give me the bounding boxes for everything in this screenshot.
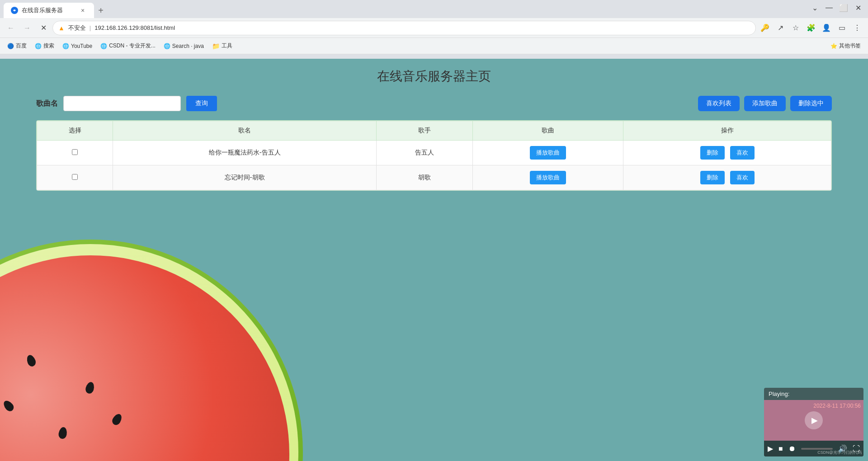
tab-title: 在线音乐服务器 (22, 6, 63, 14)
browser-tab[interactable]: 在线音乐服务器 × (4, 3, 94, 18)
player-record-ctrl[interactable]: ⏺ (788, 445, 796, 453)
bookmark-java[interactable]: 🌐 Search · java (160, 40, 208, 52)
extensions-icon[interactable]: 🧩 (804, 21, 818, 35)
maximize-btn[interactable]: ⬜ (837, 1, 850, 14)
star-icon[interactable]: ☆ (788, 21, 803, 35)
row2-song-name: 忘记时间-胡歌 (113, 165, 377, 190)
bookmarks-bar: 🔵 百度 🌐 搜索 🌐 YouTube 🌐 CSDN - 专业开发... 🌐 S… (0, 38, 868, 54)
row1-like-button[interactable]: 喜欢 (730, 146, 755, 160)
close-btn[interactable]: ✕ (852, 1, 864, 14)
songs-table-wrapper: 选择 歌名 歌手 歌曲 操作 给你一瓶魔法药水-告五人 告五人 (36, 120, 832, 191)
songs-table: 选择 歌名 歌手 歌曲 操作 给你一瓶魔法药水-告五人 告五人 (37, 121, 831, 190)
bookmark-baidu[interactable]: 🔵 百度 (4, 40, 30, 52)
key-icon[interactable]: 🔑 (758, 21, 772, 35)
col-header-select: 选择 (37, 121, 113, 141)
bookmark-youtube[interactable]: 🌐 YouTube (59, 40, 96, 52)
row1-delete-button[interactable]: 删除 (700, 146, 725, 160)
sidebar-icon[interactable]: ▭ (835, 21, 849, 35)
content-area: 在线音乐服务器主页 歌曲名 查询 喜欢列表 添加歌曲 删除选中 选择 歌名 歌手 (0, 59, 868, 200)
seed-1 (25, 354, 37, 368)
seed-3 (2, 399, 16, 413)
csdn-icon: 🌐 (100, 43, 107, 49)
player-watermark: CSDN@光学习们的代码 (817, 450, 862, 456)
row2-like-button[interactable]: 喜欢 (730, 171, 755, 184)
query-button[interactable]: 查询 (186, 96, 217, 111)
video-player: Playing: 2022-8-11 17:00:56 ▶ ■ ⏺ 🔊 ⛶ CS… (764, 388, 863, 456)
back-btn[interactable]: ← (4, 21, 18, 35)
row2-action-cell: 删除 喜欢 (623, 165, 831, 190)
baidu-icon: 🔵 (7, 43, 14, 49)
browser-chrome: 在线音乐服务器 × + ⌄ — ⬜ ✕ ← → ✕ ▲ 不安全 | 192.16… (0, 0, 868, 59)
favorites-list-button[interactable]: 喜欢列表 (698, 96, 740, 111)
col-header-artist: 歌手 (377, 121, 473, 141)
page-title: 在线音乐服务器主页 (36, 68, 832, 85)
row2-play-button[interactable]: 播放歌曲 (530, 171, 566, 184)
bookmark-csdn[interactable]: 🌐 CSDN - 专业开发... (97, 40, 159, 52)
forward-btn[interactable]: → (20, 21, 34, 35)
csdn-label: CSDN - 专业开发... (109, 42, 156, 50)
window-controls: ⌄ — ⬜ ✕ (808, 1, 864, 17)
bookmark-tools[interactable]: 📁 工具 (208, 40, 236, 52)
title-bar: 在线音乐服务器 × + ⌄ — ⬜ ✕ (0, 0, 868, 18)
row1-checkbox[interactable] (72, 149, 78, 155)
table-header: 选择 歌名 歌手 歌曲 操作 (37, 121, 831, 141)
add-song-button[interactable]: 添加歌曲 (744, 96, 786, 111)
row1-checkbox-cell (37, 141, 113, 165)
minimize-btn[interactable]: — (823, 1, 835, 14)
bookmark-search[interactable]: 🌐 搜索 (31, 40, 58, 52)
other-bookmarks[interactable]: ⭐ 其他书签 (827, 40, 864, 52)
bookmark-star-icon: ⭐ (830, 43, 837, 49)
row1-artist: 告五人 (377, 141, 473, 165)
player-play-button[interactable] (805, 411, 823, 429)
row1-play-cell: 播放歌曲 (472, 141, 623, 165)
row1-play-button[interactable]: 播放歌曲 (530, 146, 566, 160)
row1-song-name: 给你一瓶魔法药水-告五人 (113, 141, 377, 165)
address-text: 192.168.126.129:8081/list.html (94, 24, 175, 31)
page-content: 在线音乐服务器主页 歌曲名 查询 喜欢列表 添加歌曲 删除选中 选择 歌名 歌手 (0, 59, 868, 461)
warning-text: 不安全 (68, 24, 86, 32)
player-video-area: 2022-8-11 17:00:56 (764, 400, 863, 441)
search-bk-label: 搜索 (43, 42, 54, 50)
security-warning-icon: ▲ (58, 24, 65, 32)
watermelon-illustration (0, 181, 407, 461)
row2-checkbox[interactable] (72, 174, 78, 180)
seed-6 (111, 412, 124, 427)
search-label: 歌曲名 (36, 99, 58, 108)
nav-bar: ← → ✕ ▲ 不安全 | 192.168.126.129:8081/list.… (0, 18, 868, 38)
search-bk-icon: 🌐 (35, 43, 42, 49)
row2-checkbox-cell (37, 165, 113, 190)
reload-btn[interactable]: ✕ (36, 21, 51, 35)
player-play-ctrl[interactable]: ▶ (768, 444, 773, 453)
row2-delete-button[interactable]: 删除 (700, 171, 725, 184)
chevron-down-btn[interactable]: ⌄ (808, 1, 821, 14)
player-timestamp: 2022-8-11 17:00:56 (813, 403, 861, 409)
col-header-action: 操作 (623, 121, 831, 141)
youtube-label: YouTube (71, 43, 92, 49)
table-body: 给你一瓶魔法药水-告五人 告五人 播放歌曲 删除 喜欢 (37, 141, 831, 190)
player-stop-ctrl[interactable]: ■ (778, 445, 783, 453)
col-header-song: 歌曲 (472, 121, 623, 141)
youtube-icon: 🌐 (62, 43, 69, 49)
menu-icon[interactable]: ⋮ (850, 21, 864, 35)
row2-play-cell: 播放歌曲 (472, 165, 623, 190)
profile-icon[interactable]: 👤 (819, 21, 834, 35)
other-bookmarks-label: 其他书签 (839, 42, 861, 50)
folder-icon: 📁 (212, 42, 220, 50)
table-row: 忘记时间-胡歌 胡歌 播放歌曲 删除 喜欢 (37, 165, 831, 190)
search-toolbar: 歌曲名 查询 喜欢列表 添加歌曲 删除选中 (36, 96, 832, 111)
address-bar[interactable]: ▲ 不安全 | 192.168.126.129:8081/list.html (52, 21, 756, 35)
table-row: 给你一瓶魔法药水-告五人 告五人 播放歌曲 删除 喜欢 (37, 141, 831, 165)
watermelon-flesh (0, 255, 289, 461)
search-input[interactable] (63, 96, 181, 111)
nav-actions: 🔑 ↗ ☆ 🧩 👤 ▭ ⋮ (758, 21, 864, 35)
seed-2 (85, 381, 95, 395)
new-tab-btn[interactable]: + (94, 4, 108, 17)
delete-selected-button[interactable]: 删除选中 (790, 96, 832, 111)
player-progress-bar[interactable] (801, 448, 833, 450)
player-label: Playing: (764, 388, 863, 400)
share-icon[interactable]: ↗ (773, 21, 788, 35)
java-icon: 🌐 (164, 43, 170, 49)
tab-close-btn[interactable]: × (79, 6, 87, 14)
baidu-label: 百度 (16, 42, 27, 50)
col-header-name: 歌名 (113, 121, 377, 141)
